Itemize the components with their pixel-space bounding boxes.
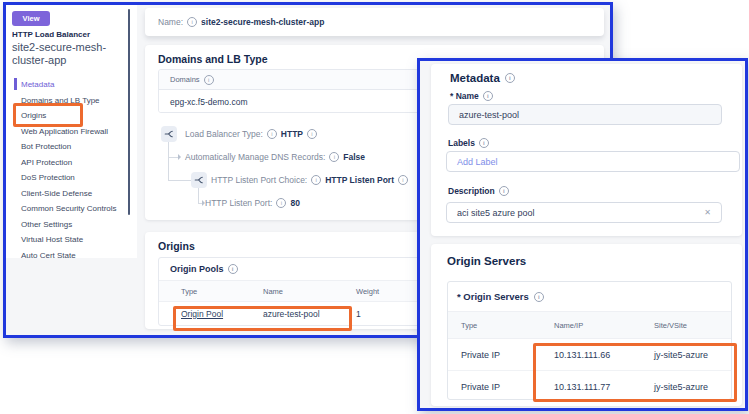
origins-highlight-box xyxy=(13,103,83,127)
info-icon[interactable]: i xyxy=(228,264,238,274)
name-row: Name: i site2-secure-mesh-cluster-app xyxy=(145,8,604,36)
metadata-card: Metadata i * Name i azure-test-pool Labe… xyxy=(431,64,742,236)
sidebar-item-dos-protection[interactable]: DoS Protection xyxy=(21,169,75,185)
description-field[interactable]: aci site5 azure pool ✕ xyxy=(446,202,722,223)
origin-pool-highlight-box xyxy=(173,306,352,331)
origin-servers-column-headers: Type Name/IP Site/VSite xyxy=(448,311,731,339)
sidebar-item-metadata[interactable]: Metadata xyxy=(21,76,54,92)
page: View HTTP Load Balancer site2-secure-mes… xyxy=(0,0,749,414)
info-icon[interactable]: i xyxy=(204,75,214,85)
listen-port-choice-label: HTTP Listen Port Choice: xyxy=(211,175,307,185)
origin-servers-table-title: * Origin Servers i xyxy=(448,282,731,311)
labels-field-label: Labels i xyxy=(448,138,489,148)
listen-port-choice-value: HTTP Listen Port xyxy=(325,175,394,185)
listen-port-value: 80 xyxy=(290,198,299,208)
sidebar-scrollbar[interactable] xyxy=(128,9,130,215)
sidebar-item-auto-cert-state[interactable]: Auto Cert State xyxy=(21,247,76,263)
metadata-heading: Metadata i xyxy=(450,72,515,84)
tree-arrow xyxy=(178,154,181,160)
view-button[interactable]: View xyxy=(12,11,50,26)
object-title: site2-secure-mesh-cluster-app xyxy=(12,41,135,67)
name-field-label: * Name i xyxy=(450,91,493,101)
sidebar-item-other-settings[interactable]: Other Settings xyxy=(21,216,72,232)
origin-servers-heading: Origin Servers xyxy=(447,255,526,267)
tree-connector xyxy=(168,142,169,180)
sidebar: View HTTP Load Balancer site2-secure-mes… xyxy=(6,5,137,258)
origins-card-heading: Origins xyxy=(158,240,195,252)
name-value: site2-secure-mesh-cluster-app xyxy=(201,17,324,27)
sidebar-item-client-side-defense[interactable]: Client-Side Defense xyxy=(21,185,92,201)
name-field[interactable]: azure-test-pool xyxy=(448,104,722,125)
labels-field[interactable]: Add Label xyxy=(446,151,740,172)
origin-pool-panel: Metadata i * Name i azure-test-pool Labe… xyxy=(417,58,748,411)
metadata-heading-text: Metadata xyxy=(450,72,500,84)
sidebar-item-common-security-controls[interactable]: Common Security Controls xyxy=(21,200,117,216)
tree-connector xyxy=(168,180,191,181)
description-field-value: aci site5 azure pool xyxy=(457,208,535,218)
info-icon[interactable]: i xyxy=(479,138,489,148)
sidebar-item-virtual-host-state[interactable]: Virtual Host State xyxy=(21,231,83,247)
info-icon[interactable]: i xyxy=(329,152,339,162)
info-icon[interactable]: i xyxy=(483,91,493,101)
column-header-site-vsite: Site/VSite xyxy=(654,321,731,330)
listen-port-label: HTTP Listen Port: xyxy=(205,198,272,208)
column-header-name: Name xyxy=(263,287,356,296)
dns-records-row: Automatically Manage DNS Records: i Fals… xyxy=(185,149,365,165)
info-icon[interactable]: i xyxy=(307,129,317,139)
info-icon[interactable]: i xyxy=(499,186,509,196)
tree-connector xyxy=(198,188,199,203)
clear-icon[interactable]: ✕ xyxy=(704,208,711,217)
name-field-value: azure-test-pool xyxy=(459,110,519,120)
origin-servers-highlight-box xyxy=(533,343,737,402)
info-icon[interactable]: i xyxy=(311,175,321,185)
column-header-type: Type xyxy=(461,321,554,330)
lb-type-label: Load Balancer Type: xyxy=(185,129,263,139)
info-icon[interactable]: i xyxy=(187,17,197,27)
selected-indicator xyxy=(14,78,17,90)
sidebar-item-bot-protection[interactable]: Bot Protection xyxy=(21,138,71,154)
dns-records-value: False xyxy=(343,152,365,162)
lb-type-row: Load Balancer Type: i HTTP i xyxy=(185,126,317,142)
origin-servers-card: Origin Servers * Origin Servers i Type N… xyxy=(431,244,742,406)
origin-pools-title-text: Origin Pools xyxy=(170,264,224,274)
info-icon[interactable]: i xyxy=(276,198,286,208)
listen-port-row: HTTP Listen Port: i 80 xyxy=(205,195,300,211)
tree-connector xyxy=(168,157,178,158)
info-icon[interactable]: i xyxy=(534,292,544,302)
origin-servers-title-text: * Origin Servers xyxy=(457,291,529,302)
column-header-type: Type xyxy=(181,287,263,296)
description-field-label: Description i xyxy=(448,186,509,196)
object-type-label: HTTP Load Balancer xyxy=(12,30,90,39)
sidebar-item-api-protection[interactable]: API Protection xyxy=(21,154,72,170)
listen-port-choice-row: HTTP Listen Port Choice: i HTTP Listen P… xyxy=(211,172,408,188)
domains-card-heading: Domains and LB Type xyxy=(158,53,268,65)
domains-header-label: Domains xyxy=(170,75,200,84)
info-icon[interactable]: i xyxy=(505,73,515,83)
branch-icon xyxy=(191,172,207,188)
info-icon[interactable]: i xyxy=(398,175,408,185)
column-header-name-ip: Name/IP xyxy=(554,321,654,330)
branch-icon xyxy=(161,126,177,142)
dns-records-label: Automatically Manage DNS Records: xyxy=(185,152,325,162)
name-label: Name: xyxy=(158,17,183,27)
labels-field-placeholder: Add Label xyxy=(457,157,498,167)
info-icon[interactable]: i xyxy=(267,129,277,139)
lb-type-value: HTTP xyxy=(281,129,303,139)
